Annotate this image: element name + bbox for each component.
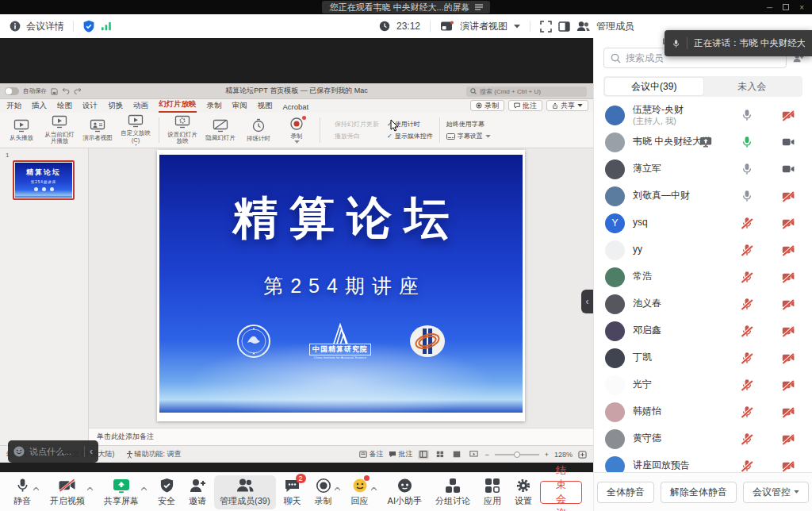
meeting-details-link[interactable]: 会议详情 [26,20,64,33]
camera-status-icon[interactable] [782,459,795,472]
fit-slide-icon[interactable] [578,451,587,459]
member-row[interactable]: 丁凯 [594,344,812,371]
ppt-action-批注[interactable]: 批注 [508,100,542,111]
ribbon-checkbox[interactable]: 保持幻灯片更新 [327,120,379,129]
ppt-tab-9[interactable]: 审阅 [232,101,247,113]
slideshow-view-button[interactable] [468,450,479,459]
toolbar-ai-button[interactable]: AI小助手 [382,475,427,509]
toolbar-shield-button[interactable]: 安全 [152,475,181,509]
member-row[interactable]: 韩婧怡 [594,398,812,425]
ribbon-checkbox[interactable]: ✓使用计时 [387,120,433,129]
mic-status-icon[interactable] [741,109,753,121]
member-row[interactable]: 讲座回放预告 [594,452,812,472]
ppt-tab-10[interactable]: 视图 [258,101,273,113]
network-signal-icon[interactable] [101,21,112,31]
mic-status-icon[interactable] [741,325,753,337]
ribbon-checkbox[interactable]: 播放旁白 [327,132,379,140]
redo-icon[interactable] [74,88,82,94]
camera-status-icon[interactable] [782,352,795,364]
reading-view-button[interactable] [451,450,462,459]
panel-footer-button-3[interactable]: 会议管控 [743,482,809,503]
member-row[interactable]: Y ysq [594,209,812,236]
mic-status-icon[interactable] [741,459,753,472]
panel-collapse-handle[interactable]: ‹ [581,290,593,313]
collapse-chat-icon[interactable]: ‹ [90,446,93,457]
mic-status-icon[interactable] [741,244,753,256]
ribbon-button[interactable]: 排练计时 [242,114,275,146]
mic-status-icon[interactable] [741,190,753,202]
member-row[interactable]: 刘敬真—中财 [594,182,812,209]
mic-status-icon[interactable] [741,298,753,310]
sorter-view-button[interactable] [435,450,446,459]
toolbar-apps-button[interactable]: 应用 [478,475,507,509]
minimize-button[interactable]: ─ [767,3,772,12]
end-meeting-button[interactable]: 结束会议 [540,481,582,504]
ppt-tab-7[interactable]: 幻灯片放映 [159,99,197,113]
ribbon-caption-item[interactable]: 字幕设置 [446,132,491,140]
slide-thumbnail[interactable]: 精算论坛 第254期讲座 [13,160,75,200]
security-shield-icon[interactable] [82,20,95,33]
members-icon[interactable] [576,21,590,32]
panel-footer-button-2[interactable]: 解除全体静音 [661,482,737,503]
mic-status-icon[interactable] [741,352,753,364]
quick-chat-bar[interactable]: 说点什么... ‹ [8,440,98,463]
panel-footer-button-1[interactable]: 全体静音 [597,482,654,503]
chevron-down-icon[interactable] [514,25,520,29]
zoom-in-button[interactable]: + [545,451,549,459]
zoom-out-button[interactable]: − [485,451,488,459]
ribbon-button[interactable]: 隐藏幻灯片 [204,114,237,146]
mic-status-icon[interactable] [741,432,753,445]
toolbar-camera-off-button[interactable]: 开启视频 [44,475,90,509]
notes-pane[interactable]: 单击此处添加备注 [89,428,593,445]
expand-caret-icon[interactable] [371,482,377,492]
member-tab-not-joined[interactable]: 未入会 [703,78,802,95]
emoji-icon[interactable] [13,446,25,457]
save-icon[interactable] [51,88,58,95]
normal-view-button[interactable] [418,450,429,459]
toolbar-record-button[interactable]: 录制 [309,475,338,509]
camera-status-icon[interactable] [782,405,795,418]
chat-input-placeholder[interactable]: 说点什么... [29,446,79,458]
ppt-tab-4[interactable]: 设计 [82,101,98,113]
ppt-tab-8[interactable]: 录制 [207,101,222,113]
member-tab-in-meeting[interactable]: 会议中(39) [605,78,703,95]
ppt-action-共享[interactable]: 共享 [546,100,588,111]
member-row[interactable]: 黄守德 [594,425,812,452]
ppt-tab-11[interactable]: Acrobat [283,102,309,113]
sidebar-toggle-icon[interactable] [558,21,570,32]
ppt-tab-1[interactable]: 开始 [6,101,21,113]
member-row[interactable]: 常浩 [594,263,812,290]
camera-status-icon[interactable] [782,244,795,256]
camera-status-icon[interactable] [782,378,795,391]
ribbon-button[interactable]: 演示者视图 [81,114,114,146]
ribbon-caption-item[interactable]: 始终使用字幕 [446,120,491,129]
ribbon-button[interactable]: 自定义放映 (C) [119,114,152,146]
toolbar-chat-button[interactable]: 聊天 2 [278,475,307,509]
mic-status-icon[interactable] [741,405,753,418]
mic-status-icon[interactable] [741,163,753,175]
view-mode-selector[interactable]: 演讲者视图 [460,20,508,33]
toolbar-members-button[interactable]: 管理成员(39) [214,475,276,509]
camera-status-icon[interactable] [782,432,795,445]
member-row[interactable]: 伍慧玲-央财 (主持人, 我) [594,102,812,129]
expand-caret-icon[interactable] [33,482,39,492]
member-row[interactable]: 薄立军 [594,156,812,182]
maximize-button[interactable] [783,4,789,10]
toolbar-react-button[interactable]: 回应 [346,475,374,509]
expand-caret-icon[interactable] [87,482,93,492]
camera-status-icon[interactable] [782,298,795,310]
mic-status-icon[interactable] [741,378,753,391]
ppt-action-录制[interactable]: 录制 [470,100,504,111]
close-window-button[interactable]: × [799,3,804,12]
camera-status-icon[interactable] [782,136,795,148]
zoom-slider[interactable] [495,454,539,455]
camera-status-icon[interactable] [782,109,795,121]
member-row[interactable]: yy [594,236,812,263]
camera-status-icon[interactable] [782,163,795,175]
ribbon-button[interactable]: 录制 [280,114,313,146]
camera-status-icon[interactable] [782,217,795,229]
camera-status-icon[interactable] [782,325,795,337]
mic-status-icon[interactable] [741,217,753,229]
member-row[interactable]: 光宁 [594,371,812,398]
toolbar-mic-button[interactable]: 静音 [8,475,36,509]
